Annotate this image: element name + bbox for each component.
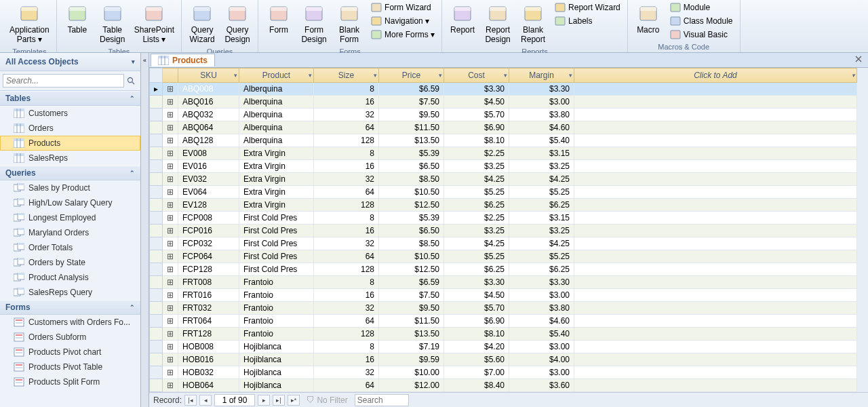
cell-cost[interactable]: $7.00	[444, 366, 509, 379]
table-row[interactable]: ⊞HOB008Hojiblanca8$7.19$4.20$3.00	[150, 341, 857, 353]
cell-price[interactable]: $10.50	[379, 186, 444, 199]
cell-sku[interactable]: HOB008	[178, 341, 239, 353]
nav-item-salesreps[interactable]: SalesReps	[0, 151, 140, 166]
dropdown-icon[interactable]: ▾	[374, 72, 377, 79]
cell-price[interactable]: $10.50	[379, 250, 444, 263]
expand-row-button[interactable]: ⊞	[163, 302, 178, 315]
cell-margin[interactable]: $3.25	[509, 225, 574, 237]
cell-sku[interactable]: EV008	[178, 147, 239, 160]
cell-cost[interactable]: $4.20	[444, 341, 509, 353]
row-selector[interactable]	[150, 237, 163, 250]
cell-sku[interactable]: EV032	[178, 173, 239, 186]
cell-price[interactable]: $9.50	[379, 109, 444, 121]
cell-size[interactable]: 128	[314, 263, 379, 276]
navigation-button[interactable]: Navigation ▾	[368, 15, 437, 27]
cell-cost[interactable]: $8.10	[444, 134, 509, 147]
nav-item-orders-by-state[interactable]: Orders by State	[0, 255, 140, 270]
expand-row-button[interactable]: ⊞	[163, 250, 178, 263]
cell-price[interactable]: $11.50	[379, 121, 444, 134]
cell-product[interactable]: Alberquina	[239, 83, 314, 96]
nav-item-sales-by-product[interactable]: Sales by Product	[0, 180, 140, 195]
nav-item-customers-with-orders-fo-[interactable]: Customers with Orders Fo...	[0, 315, 140, 330]
cell-size[interactable]: 128	[314, 328, 379, 341]
table-row[interactable]: ⊞HOB064Hojiblanca64$12.00$8.40$3.60	[150, 379, 857, 392]
cell-cost[interactable]: $5.25	[444, 186, 509, 199]
cell-size[interactable]: 32	[314, 366, 379, 379]
form-wizard-button[interactable]: Form Wizard	[368, 1, 437, 14]
expand-row-button[interactable]: ⊞	[163, 160, 178, 173]
cell-empty[interactable]	[574, 379, 857, 392]
cell-sku[interactable]: ABQ064	[178, 121, 239, 134]
cell-size[interactable]: 8	[314, 147, 379, 160]
cell-sku[interactable]: FCP032	[178, 237, 239, 250]
row-selector[interactable]	[150, 379, 163, 392]
table-row[interactable]: ⊞FRT032Frantoio32$9.50$5.70$3.80	[150, 302, 857, 315]
nav-item-customers[interactable]: Customers	[0, 106, 140, 121]
expand-row-button[interactable]: ⊞	[163, 237, 178, 250]
nav-item-high-low-salary-query[interactable]: High/Low Salary Query	[0, 195, 140, 210]
cell-size[interactable]: 16	[314, 96, 379, 109]
cell-sku[interactable]: EV064	[178, 186, 239, 199]
cell-margin[interactable]: $6.25	[509, 263, 574, 276]
cell-cost[interactable]: $6.25	[444, 263, 509, 276]
cell-empty[interactable]	[574, 289, 857, 302]
cell-size[interactable]: 32	[314, 109, 379, 121]
dropdown-icon[interactable]: ▾	[309, 72, 312, 79]
cell-empty[interactable]	[574, 83, 857, 96]
cell-sku[interactable]: FCP016	[178, 225, 239, 237]
cell-empty[interactable]	[574, 186, 857, 199]
form-design-button[interactable]: FormDesign	[298, 1, 330, 46]
cell-price[interactable]: $7.50	[379, 289, 444, 302]
expand-row-button[interactable]: ⊞	[163, 225, 178, 237]
cell-price[interactable]: $9.59	[379, 353, 444, 366]
table-row[interactable]: ⊞FCP064First Cold Pres64$10.50$5.25$5.25	[150, 250, 857, 263]
nav-section-queries[interactable]: Queries⌃	[0, 166, 140, 180]
search-icon[interactable]	[124, 74, 138, 88]
table-row[interactable]: ⊞ABQ064Alberquina64$11.50$6.90$4.60	[150, 121, 857, 134]
cell-margin[interactable]: $3.15	[509, 147, 574, 160]
cell-product[interactable]: Alberquina	[239, 134, 314, 147]
nav-item-product-analysis[interactable]: Product Analysis	[0, 270, 140, 285]
cell-size[interactable]: 64	[314, 315, 379, 328]
cell-size[interactable]: 64	[314, 250, 379, 263]
cell-margin[interactable]: $4.00	[509, 353, 574, 366]
table-row[interactable]: ⊞HOB032Hojiblanca32$10.00$7.00$3.00	[150, 366, 857, 379]
row-selector[interactable]: ▸	[150, 83, 163, 96]
macro-button[interactable]: Macro	[632, 1, 665, 37]
expand-row-button[interactable]: ⊞	[163, 96, 178, 109]
cell-margin[interactable]: $5.40	[509, 134, 574, 147]
cell-size[interactable]: 128	[314, 134, 379, 147]
visual-basic-button[interactable]: Visual Basic	[667, 28, 736, 41]
cell-cost[interactable]: $6.90	[444, 121, 509, 134]
cell-product[interactable]: First Cold Pres	[239, 250, 314, 263]
cell-product[interactable]: Alberquina	[239, 96, 314, 109]
cell-cost[interactable]: $5.70	[444, 109, 509, 121]
cell-cost[interactable]: $3.25	[444, 160, 509, 173]
cell-empty[interactable]	[574, 263, 857, 276]
column-header-cost[interactable]: Cost▾	[444, 69, 509, 83]
cell-product[interactable]: Alberquina	[239, 109, 314, 121]
expand-row-button[interactable]: ⊞	[163, 341, 178, 353]
cell-cost[interactable]: $4.25	[444, 173, 509, 186]
column-header-product[interactable]: Product▾	[239, 69, 314, 83]
cell-product[interactable]: First Cold Pres	[239, 263, 314, 276]
cell-margin[interactable]: $4.25	[509, 237, 574, 250]
next-record-button[interactable]: ▸	[258, 395, 270, 406]
cell-sku[interactable]: FCP064	[178, 250, 239, 263]
last-record-button[interactable]: ▸|	[273, 395, 285, 406]
table-row[interactable]: ⊞EV008Extra Virgin8$5.39$2.25$3.15	[150, 147, 857, 160]
dropdown-icon[interactable]: ▾	[504, 72, 507, 79]
table-row[interactable]: ⊞FCP128First Cold Pres128$12.50$6.25$6.2…	[150, 263, 857, 276]
nav-section-tables[interactable]: Tables⌃	[0, 91, 140, 106]
cell-empty[interactable]	[574, 134, 857, 147]
column-header-margin[interactable]: Margin▾	[509, 69, 574, 83]
cell-empty[interactable]	[574, 109, 857, 121]
expand-row-button[interactable]: ⊞	[163, 121, 178, 134]
cell-price[interactable]: $6.50	[379, 225, 444, 237]
cell-cost[interactable]: $6.90	[444, 315, 509, 328]
report-button[interactable]: Report	[446, 1, 479, 37]
form-button[interactable]: Form	[262, 1, 295, 37]
record-position[interactable]	[214, 394, 255, 406]
cell-size[interactable]: 32	[314, 237, 379, 250]
table-row[interactable]: ⊞ABQ016Alberquina16$7.50$4.50$3.00	[150, 96, 857, 109]
